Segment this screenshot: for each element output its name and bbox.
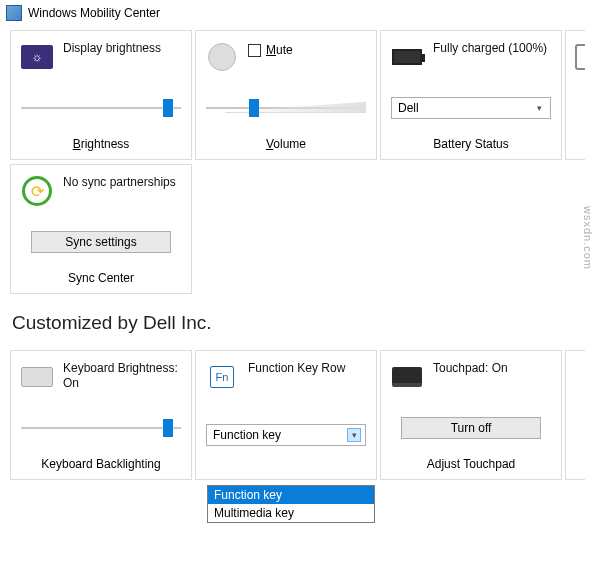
touchpad-desc: Touchpad: On [433,361,508,376]
keyboard-brightness-slider[interactable] [21,417,181,439]
sync-footer: Sync Center [11,266,191,293]
tile-battery: Fully charged (100%) Dell ▾ Battery Stat… [380,30,562,160]
speaker-icon [206,41,238,73]
watermark: wsxdn.com [582,206,594,270]
tile-function-key: Fn Function Key Row Function key ▾ [195,350,377,480]
brightness-desc: Display brightness [63,41,161,56]
brightness-icon: ☼ [21,41,53,73]
keyboard-desc: Keyboard Brightness: On [63,361,181,391]
chevron-down-icon: ▾ [347,428,361,442]
window-title: Windows Mobility Center [28,6,160,20]
volume-footer: Volume [196,132,376,159]
touchpad-icon [391,361,423,393]
brightness-footer: Brightness [11,132,191,159]
brightness-slider[interactable] [21,97,181,119]
fn-icon: Fn [206,361,238,393]
dell-tiles-row: Keyboard Brightness: On Keyboard Backlig… [0,346,600,480]
sync-desc: No sync partnerships [63,175,176,190]
fn-desc: Function Key Row [248,361,345,376]
power-plan-select[interactable]: Dell ▾ [391,97,551,119]
battery-footer: Battery Status [381,132,561,159]
battery-icon [391,41,423,73]
rotate-icon [572,41,585,73]
power-plan-value: Dell [398,101,419,115]
dropdown-option-function-key[interactable]: Function key [208,486,374,504]
tile-extra-cutoff [565,350,585,480]
touchpad-footer: Adjust Touchpad [381,452,561,479]
fn-row-value: Function key [213,428,281,442]
tiles-row-1: ☼ Display brightness Brightness Mute [0,26,600,160]
volume-slider[interactable] [206,97,366,119]
touchpad-turn-off-button[interactable]: Turn off [401,417,541,439]
chevron-down-icon: ▾ [532,101,546,115]
keyboard-icon [21,361,53,393]
tiles-row-2: ⟳ No sync partnerships Sync settings Syn… [0,160,600,294]
keyboard-footer: Keyboard Backlighting [11,452,191,479]
fn-row-select[interactable]: Function key ▾ [206,424,366,446]
tile-sync: ⟳ No sync partnerships Sync settings Syn… [10,164,192,294]
window-titlebar: Windows Mobility Center [0,0,600,26]
mute-checkbox[interactable]: Mute [248,43,293,57]
tile-keyboard-backlight: Keyboard Brightness: On Keyboard Backlig… [10,350,192,480]
tile-orientation-cutoff [565,30,585,160]
tile-brightness: ☼ Display brightness Brightness [10,30,192,160]
sync-settings-button[interactable]: Sync settings [31,231,171,253]
fn-footer [196,466,376,479]
tile-volume: Mute Volume [195,30,377,160]
fn-row-dropdown[interactable]: Function key Multimedia key [207,485,375,523]
mute-label: Mute [266,43,293,57]
app-icon [6,5,22,21]
battery-desc: Fully charged (100%) [433,41,547,56]
dropdown-option-multimedia-key[interactable]: Multimedia key [208,504,374,522]
tile-touchpad: Touchpad: On Turn off Adjust Touchpad [380,350,562,480]
customized-header: Customized by Dell Inc. [0,294,600,346]
sync-icon: ⟳ [21,175,53,207]
